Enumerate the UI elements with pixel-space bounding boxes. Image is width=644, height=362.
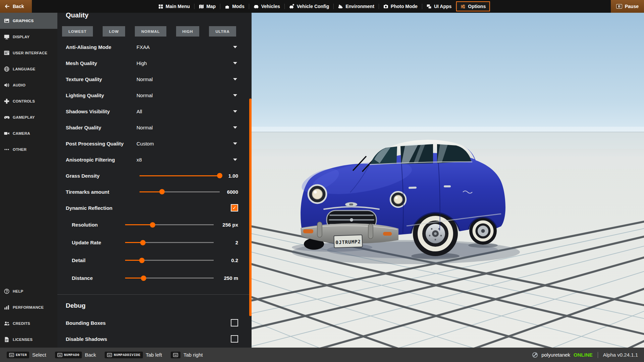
- shadows-visibility-dropdown[interactable]: All: [137, 106, 238, 117]
- anti-aliasing-dropdown[interactable]: FXAA: [137, 41, 238, 53]
- setting-row-texture-quality: Texture Quality Normal: [57, 71, 252, 87]
- hint-select: ENTER Select: [7, 352, 46, 358]
- slider-track[interactable]: [125, 224, 214, 225]
- texture-quality-dropdown[interactable]: Normal: [137, 73, 238, 85]
- sidebar-label: CREDITS: [13, 321, 30, 325]
- setting-row-bounding-boxes: Bounding Boxes: [57, 315, 252, 331]
- menu-label: Photo Mode: [391, 4, 418, 9]
- sidebar-item-graphics[interactable]: GRAPHICS: [0, 13, 57, 29]
- dynamic-reflection-checkbox[interactable]: [231, 204, 238, 212]
- pause-label: Pause: [625, 4, 639, 9]
- menu-item-vehicle-config[interactable]: Vehicle Config: [285, 2, 333, 11]
- tiremarks-amount-slider[interactable]: [140, 189, 220, 194]
- chevron-down-icon: [233, 159, 237, 161]
- section-divider: [57, 294, 252, 295]
- setting-row-detail: Detail 0.2: [57, 251, 252, 269]
- sidebar-item-language[interactable]: LANGUAGE: [0, 61, 57, 77]
- other-icon: [4, 146, 10, 153]
- setting-value: 1.00: [220, 173, 238, 179]
- grass-density-slider[interactable]: [140, 173, 220, 178]
- preset-lowest-button[interactable]: LOWEST: [62, 26, 93, 37]
- setting-value: 256 px: [214, 222, 238, 228]
- resolution-slider[interactable]: [125, 222, 214, 228]
- setting-row-lighting-quality: Lighting Quality Normal: [57, 87, 252, 103]
- setting-label: Lighting Quality: [66, 93, 137, 98]
- menu-item-environment[interactable]: Environment: [334, 2, 379, 11]
- sidebar-item-user-interface[interactable]: USER INTERFACE: [0, 45, 57, 61]
- status-separator: [598, 352, 598, 358]
- slider-handle[interactable]: [140, 240, 146, 245]
- sidebar-item-display[interactable]: DISPLAY: [0, 29, 57, 45]
- panel-scrollbar[interactable]: [249, 99, 252, 316]
- slider-handle[interactable]: [217, 173, 222, 178]
- game-viewport[interactable]: 0JTRUMP2: [252, 13, 644, 348]
- bounding-boxes-checkbox[interactable]: [231, 319, 238, 326]
- chevron-down-icon: [233, 78, 237, 80]
- preset-ultra-button[interactable]: ULTRA: [209, 26, 236, 37]
- turn-indicator-left: [303, 229, 313, 233]
- sidebar-item-controls[interactable]: CONTROLS: [0, 93, 57, 109]
- key-badge-tab-right: [171, 352, 180, 358]
- update-rate-slider[interactable]: [125, 240, 214, 245]
- camera-icon: [4, 130, 10, 136]
- sidebar-item-performance[interactable]: PERFORMANCE: [0, 299, 57, 315]
- sidebar-item-camera[interactable]: CAMERA: [0, 125, 57, 141]
- menu-item-mods[interactable]: Mods: [220, 2, 249, 11]
- setting-row-mesh-quality: Mesh Quality High: [57, 55, 252, 71]
- options-sidebar: GRAPHICS DISPLAY USER INTERFACE LANGUAGE…: [0, 13, 57, 348]
- sidebar-item-credits[interactable]: CREDITS: [0, 315, 57, 331]
- sidebar-item-licenses[interactable]: LICENSES: [0, 331, 57, 348]
- slider-handle[interactable]: [141, 276, 146, 281]
- chevron-down-icon: [233, 62, 237, 64]
- slider-track[interactable]: [125, 260, 214, 261]
- menu-item-main-menu[interactable]: Main Menu: [154, 2, 194, 11]
- menu-label: Main Menu: [166, 4, 190, 9]
- slider-track[interactable]: [140, 175, 220, 176]
- back-label: Back: [13, 4, 24, 9]
- sidebar-item-other[interactable]: OTHER: [0, 141, 57, 158]
- dropdown-value: FXAA: [137, 44, 150, 50]
- slider-track[interactable]: [125, 242, 214, 243]
- menu-label: Mods: [232, 4, 245, 9]
- disable-shadows-checkbox[interactable]: [231, 335, 238, 343]
- back-button[interactable]: Back: [0, 0, 32, 13]
- sidebar-item-audio[interactable]: AUDIO: [0, 77, 57, 93]
- anisotropic-filtering-dropdown[interactable]: x8: [137, 154, 238, 165]
- slider-track[interactable]: [140, 191, 220, 192]
- hint-tab-left: NUMPADDIVIDE Tab left: [105, 352, 162, 358]
- setting-label: Anisotropic Filtering: [66, 157, 137, 163]
- slider-handle[interactable]: [159, 189, 165, 194]
- setting-row-anti-aliasing: Anti-Aliasing Mode FXAA: [57, 39, 252, 55]
- preset-low-button[interactable]: LOW: [103, 26, 125, 37]
- preset-normal-button[interactable]: NORMAL: [135, 26, 166, 37]
- controls-icon: [4, 98, 10, 104]
- menu-item-vehicles[interactable]: Vehicles: [249, 2, 284, 11]
- dropdown-value: Custom: [137, 141, 154, 146]
- pause-button[interactable]: Pause: [611, 0, 644, 13]
- menu-item-map[interactable]: Map: [195, 2, 220, 11]
- sidebar-item-help[interactable]: HELP: [0, 283, 57, 299]
- post-processing-dropdown[interactable]: Custom: [137, 138, 238, 149]
- dropdown-value: High: [137, 60, 147, 66]
- mesh-quality-dropdown[interactable]: High: [137, 57, 238, 69]
- menu-item-ui-apps[interactable]: UI Apps: [422, 2, 456, 11]
- detail-slider[interactable]: [125, 258, 214, 263]
- slider-track[interactable]: [125, 278, 214, 279]
- lighting-quality-dropdown[interactable]: Normal: [137, 89, 238, 101]
- setting-value: 250 m: [214, 275, 238, 281]
- slider-handle[interactable]: [139, 258, 145, 263]
- slider-handle[interactable]: [150, 222, 155, 228]
- graphics-settings-panel: Quality LOWEST LOW NORMAL HIGH ULTRA Ant…: [57, 13, 252, 348]
- menu-item-photo-mode[interactable]: Photo Mode: [379, 2, 422, 11]
- sidebar-label: PERFORMANCE: [13, 305, 44, 309]
- distance-slider[interactable]: [125, 276, 214, 281]
- menu-item-options[interactable]: Options: [456, 1, 490, 11]
- bottom-bar: ENTER Select NUMPAD0 Back NUMPADDIVIDE T…: [0, 348, 644, 362]
- sidebar-item-gameplay[interactable]: GAMEPLAY: [0, 109, 57, 125]
- shader-quality-dropdown[interactable]: Normal: [137, 122, 238, 133]
- slider-fill: [125, 224, 153, 225]
- sidebar-label: CONTROLS: [13, 99, 35, 103]
- preset-high-button[interactable]: HIGH: [176, 26, 200, 37]
- setting-label: Dynamic Reflection: [66, 205, 231, 211]
- setting-row-shader-quality: Shader Quality Normal: [57, 119, 252, 135]
